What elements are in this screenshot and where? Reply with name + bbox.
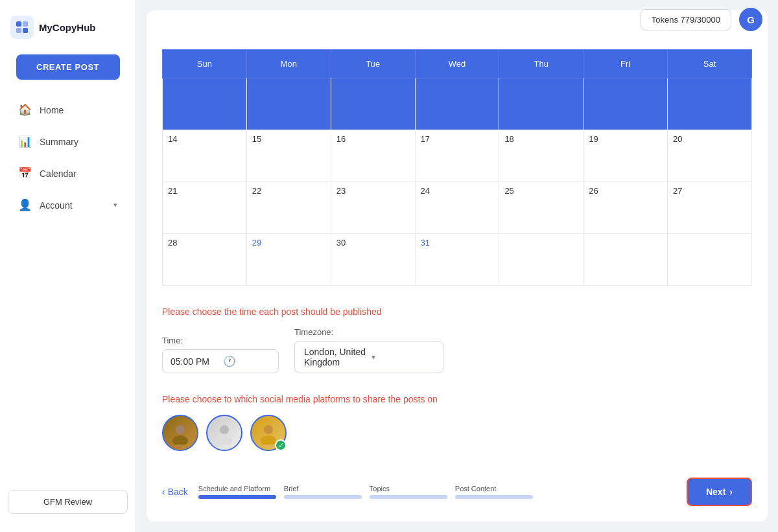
back-label: Back bbox=[168, 487, 188, 497]
svg-point-6 bbox=[220, 425, 229, 434]
calendar-cell-20[interactable]: 20 bbox=[668, 130, 752, 182]
calendar-cell-25[interactable]: 25 bbox=[499, 182, 584, 234]
calendar-cell-30[interactable]: 30 bbox=[331, 234, 415, 286]
next-arrow-icon: › bbox=[729, 487, 733, 497]
calendar-cell[interactable] bbox=[499, 78, 584, 130]
calendar-cell-22[interactable]: 22 bbox=[246, 182, 331, 234]
step-brief-label: Brief bbox=[284, 485, 299, 492]
svg-point-7 bbox=[217, 435, 232, 445]
svg-point-8 bbox=[264, 425, 273, 434]
sidebar-item-home[interactable]: 🏠 Home bbox=[8, 95, 128, 124]
avatar-img-2 bbox=[206, 415, 242, 451]
day-header-thu: Thu bbox=[499, 50, 584, 78]
day-header-wed: Wed bbox=[415, 50, 499, 78]
time-field-group: Time: 05:00 PM 🕐 bbox=[162, 336, 279, 373]
time-section-label: Please choose the time each post should … bbox=[162, 306, 752, 317]
step-topics-label: Topics bbox=[370, 485, 390, 492]
platform-section-label: Please choose to which social media plat… bbox=[162, 394, 752, 404]
next-label: Next bbox=[706, 487, 725, 497]
svg-point-9 bbox=[261, 435, 276, 445]
day-header-mon: Mon bbox=[246, 50, 331, 78]
logo-icon bbox=[10, 16, 34, 39]
avatar-img-1 bbox=[162, 415, 198, 451]
timezone-select[interactable]: London, United Kingdom ▾ bbox=[294, 341, 443, 373]
calendar-cell[interactable] bbox=[163, 78, 247, 130]
create-post-button[interactable]: CREATE POST bbox=[16, 54, 120, 80]
sidebar-item-summary-label: Summary bbox=[40, 137, 78, 147]
tokens-badge: Tokens 779/30000 bbox=[641, 9, 731, 30]
content-card: Sun Mon Tue Wed Thu Fri Sat bbox=[147, 10, 768, 522]
calendar-cell[interactable] bbox=[331, 78, 415, 130]
sidebar: MyCopyHub CREATE POST 🏠 Home 📊 Summary 📅… bbox=[0, 0, 136, 532]
user-avatar[interactable]: G bbox=[739, 8, 762, 31]
calendar-cell-24[interactable]: 24 bbox=[415, 182, 499, 234]
calendar-cell-27[interactable]: 27 bbox=[668, 182, 752, 234]
time-input[interactable]: 05:00 PM 🕐 bbox=[162, 349, 279, 373]
timezone-value: London, United Kingdom bbox=[304, 347, 366, 367]
calendar-cell-18[interactable]: 18 bbox=[499, 130, 584, 182]
calendar-cell[interactable] bbox=[584, 78, 668, 130]
app-name: MyCopyHub bbox=[39, 22, 96, 33]
sidebar-item-home-label: Home bbox=[40, 105, 64, 115]
top-bar: Tokens 779/30000 G bbox=[136, 0, 778, 39]
logo-area: MyCopyHub bbox=[0, 10, 136, 54]
timezone-label: Timezone: bbox=[294, 327, 443, 337]
calendar-grid: Sun Mon Tue Wed Thu Fri Sat bbox=[162, 49, 752, 286]
nav-items: 🏠 Home 📊 Summary 📅 Calendar 👤 Account ▾ bbox=[0, 95, 136, 482]
svg-rect-3 bbox=[23, 28, 28, 33]
calendar-cell-17[interactable]: 17 bbox=[415, 130, 499, 182]
calendar-cell-16[interactable]: 16 bbox=[331, 130, 415, 182]
sidebar-item-account[interactable]: 👤 Account ▾ bbox=[8, 191, 128, 220]
step-schedule: Schedule and Platform bbox=[198, 485, 276, 499]
calendar-header-row: Sun Mon Tue Wed Thu Fri Sat bbox=[163, 50, 752, 78]
calendar-cell-empty2[interactable] bbox=[584, 234, 668, 286]
calendar-cell-26[interactable]: 26 bbox=[584, 182, 668, 234]
calendar-cell-15[interactable]: 15 bbox=[246, 130, 331, 182]
calendar-cell-14[interactable]: 14 bbox=[163, 130, 247, 182]
sidebar-item-summary[interactable]: 📊 Summary bbox=[8, 127, 128, 156]
step-post-content-label: Post Content bbox=[455, 485, 497, 492]
calendar-cell[interactable] bbox=[246, 78, 331, 130]
calendar-row-3: 28 29 30 31 bbox=[163, 234, 752, 286]
svg-rect-1 bbox=[23, 21, 28, 27]
step-schedule-bar bbox=[198, 495, 276, 499]
timezone-field-group: Timezone: London, United Kingdom ▾ bbox=[294, 327, 443, 373]
progress-steps: Schedule and Platform Brief Topics Post … bbox=[198, 485, 676, 499]
avatar-check-icon: ✓ bbox=[275, 439, 287, 451]
chevron-down-icon: ▾ bbox=[113, 201, 117, 209]
svg-rect-0 bbox=[16, 21, 21, 27]
calendar-cell[interactable] bbox=[668, 78, 752, 130]
chevron-down-icon: ▾ bbox=[371, 353, 434, 362]
avatar-1[interactable] bbox=[162, 415, 198, 451]
calendar-row-2: 21 22 23 24 25 26 27 bbox=[163, 182, 752, 234]
time-row: Time: 05:00 PM 🕐 Timezone: London, Unite… bbox=[162, 327, 752, 373]
workspace-button[interactable]: GFM Review bbox=[8, 490, 128, 514]
step-brief: Brief bbox=[284, 485, 362, 499]
calendar-cell-19[interactable]: 19 bbox=[584, 130, 668, 182]
sidebar-item-calendar[interactable]: 📅 Calendar bbox=[8, 159, 128, 188]
calendar-cell-31[interactable]: 31 bbox=[415, 234, 499, 286]
footer-bar: ‹ Back Schedule and Platform Brief Topic… bbox=[162, 470, 752, 506]
avatar-3[interactable]: ✓ bbox=[250, 415, 287, 451]
back-arrow-icon: ‹ bbox=[162, 487, 165, 497]
next-button[interactable]: Next › bbox=[687, 478, 752, 506]
calendar-cell-21[interactable]: 21 bbox=[163, 182, 247, 234]
calendar-cell-empty1[interactable] bbox=[499, 234, 584, 286]
day-header-tue: Tue bbox=[331, 50, 415, 78]
day-header-fri: Fri bbox=[584, 50, 668, 78]
step-post-content: Post Content bbox=[455, 485, 533, 499]
calendar-row-1: 14 15 16 17 18 19 20 bbox=[163, 130, 752, 182]
step-brief-bar bbox=[284, 495, 362, 499]
calendar-cell-23[interactable]: 23 bbox=[331, 182, 415, 234]
time-value: 05:00 PM bbox=[171, 356, 218, 367]
avatar-2[interactable] bbox=[206, 415, 242, 451]
clock-icon: 🕐 bbox=[223, 355, 270, 367]
svg-point-4 bbox=[176, 425, 185, 434]
calendar-cell-28[interactable]: 28 bbox=[163, 234, 247, 286]
time-label: Time: bbox=[162, 336, 279, 345]
calendar-cell-empty3[interactable] bbox=[668, 234, 752, 286]
calendar-cell-29[interactable]: 29 bbox=[246, 234, 331, 286]
calendar-cell[interactable] bbox=[415, 78, 499, 130]
avatars-row: ✓ bbox=[162, 415, 752, 451]
back-button[interactable]: ‹ Back bbox=[162, 481, 188, 502]
